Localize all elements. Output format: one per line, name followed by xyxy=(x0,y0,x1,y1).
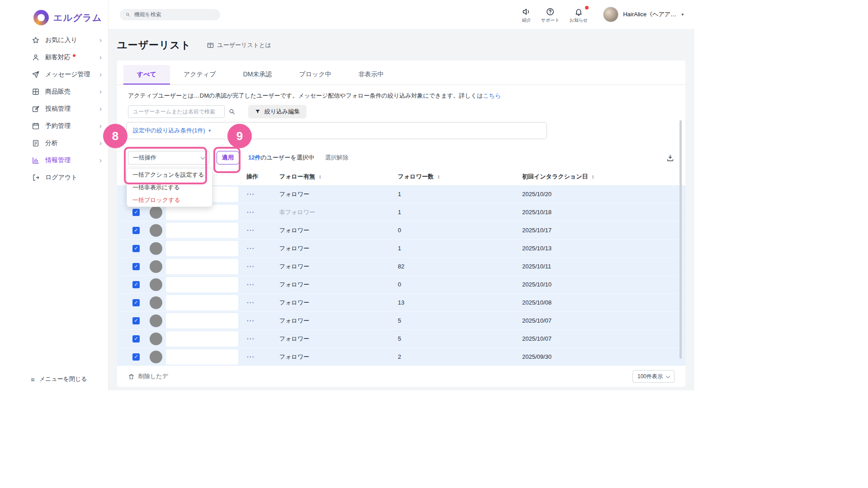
user-search-input[interactable] xyxy=(128,105,225,118)
sidebar-item-label: お気に入り xyxy=(45,36,77,44)
col-ops: 操作 xyxy=(246,173,279,181)
sidebar-item-favorites[interactable]: お気に入り › xyxy=(0,32,108,49)
notifications-label: お知らせ xyxy=(569,17,588,23)
row-avatar xyxy=(150,242,162,255)
filter-edit-button[interactable]: 絞り込み編集 xyxy=(248,105,307,118)
sidebar-item-customer-support[interactable]: 顧客対応 › xyxy=(0,49,108,66)
row-checkbox[interactable]: ✓ xyxy=(132,317,140,324)
brand: エルグラム xyxy=(0,0,108,25)
tab-dm-unapproved[interactable]: DM未承認 xyxy=(230,65,286,84)
sidebar-item-logout[interactable]: ログアウト xyxy=(0,169,108,186)
row-checkbox[interactable]: ✓ xyxy=(132,245,140,252)
table-footer: 削除したデ 100件表示 xyxy=(117,366,685,387)
notification-dot xyxy=(73,54,75,57)
user-name-masked xyxy=(166,295,238,310)
notifications-button[interactable]: お知らせ xyxy=(569,7,588,23)
main-content: ユーザーリスト ユーザーリストとは すべて アクティブ DM未承認 ブロック中 … xyxy=(108,29,694,390)
search-icon xyxy=(125,12,131,18)
row-actions-menu[interactable]: ⋯ xyxy=(246,190,255,198)
first-interaction-date: 2025/10/18 xyxy=(522,209,675,216)
user-name-masked xyxy=(166,331,238,347)
tab-hidden[interactable]: 非表示中 xyxy=(345,65,397,84)
sidebar-item-analytics[interactable]: 分析 › xyxy=(0,135,108,152)
apply-button[interactable]: 適用 xyxy=(217,151,239,164)
row-actions-menu[interactable]: ⋯ xyxy=(246,280,255,289)
global-search-input[interactable] xyxy=(134,11,215,18)
menu-collapse-icon: ≡ xyxy=(31,375,35,383)
active-user-note: アクティブユーザーとは…DMの承認が完了したユーザーです。メッセージ配信やフォロ… xyxy=(117,85,685,100)
sidebar-item-message-management[interactable]: メッセージ管理 › xyxy=(0,66,108,83)
chevron-down-icon xyxy=(201,155,205,160)
sidebar-item-information-management[interactable]: 情報管理 › xyxy=(0,152,108,169)
support-button[interactable]: サポート xyxy=(541,7,560,23)
page-size-select[interactable]: 100件表示 xyxy=(632,370,675,383)
global-search[interactable] xyxy=(120,9,220,20)
deleted-data-label: 削除したデ xyxy=(138,372,168,380)
account-menu[interactable]: HairAlice《ヘアア… ▼ xyxy=(603,7,684,22)
row-actions-menu[interactable]: ⋯ xyxy=(246,244,255,253)
sort-icon[interactable]: ▲▼ xyxy=(319,175,321,179)
row-actions-menu[interactable]: ⋯ xyxy=(246,334,255,343)
sort-icon[interactable]: ▲▼ xyxy=(437,175,440,179)
row-checkbox[interactable]: ✓ xyxy=(132,209,140,216)
col-date: 初回インタラクション日▲▼ xyxy=(522,173,675,181)
first-interaction-date: 2025/10/17 xyxy=(522,227,675,234)
sidebar-item-label: メッセージ管理 xyxy=(45,70,90,79)
sidebar-item-post-management[interactable]: 投稿管理 › xyxy=(0,100,108,117)
row-actions-menu[interactable]: ⋯ xyxy=(246,298,255,307)
chevron-right-icon: › xyxy=(99,105,102,113)
status-tabs: すべて アクティブ DM未承認 ブロック中 非表示中 xyxy=(117,61,685,85)
menu-item-set-bulk-action[interactable]: 一括アクションを設定する xyxy=(127,169,212,181)
row-checkbox[interactable]: ✓ xyxy=(132,353,140,361)
table-row: ✓ ⋯ フォロワー 13 2025/10/08 xyxy=(117,294,685,312)
filter-conditions-toggle[interactable]: 設定中の絞り込み条件(1件) xyxy=(133,127,205,135)
search-submit-button[interactable] xyxy=(228,108,236,115)
row-checkbox[interactable]: ✓ xyxy=(132,299,140,306)
user-icon xyxy=(32,53,40,61)
close-menu-button[interactable]: ≡ メニューを閉じる xyxy=(0,371,108,387)
clear-selection-link[interactable]: 選択解除 xyxy=(325,154,349,162)
row-actions-menu[interactable]: ⋯ xyxy=(246,352,255,361)
tab-all[interactable]: すべて xyxy=(123,65,170,84)
row-actions-menu[interactable]: ⋯ xyxy=(246,316,255,325)
row-checkbox[interactable]: ✓ xyxy=(132,335,140,343)
chevron-down-icon[interactable]: ▼ xyxy=(208,129,212,133)
user-name-masked xyxy=(166,277,238,292)
download-button[interactable] xyxy=(666,154,675,162)
follower-count: 13 xyxy=(398,299,522,306)
row-checkbox[interactable]: ✓ xyxy=(132,281,140,288)
follower-count: 2 xyxy=(398,353,522,360)
chevron-right-icon: › xyxy=(99,71,102,78)
chevron-right-icon: › xyxy=(99,54,102,61)
follow-status: 非フォロワー xyxy=(279,208,398,216)
row-actions-menu[interactable]: ⋯ xyxy=(246,262,255,271)
brand-name: エルグラム xyxy=(53,12,102,24)
follow-status: フォロワー xyxy=(279,226,398,235)
note-more-link[interactable]: こちら xyxy=(483,92,501,99)
row-checkbox[interactable]: ✓ xyxy=(132,227,140,234)
close-menu-label: メニューを閉じる xyxy=(39,375,87,383)
tab-blocked[interactable]: ブロック中 xyxy=(285,65,344,84)
sidebar-item-reservation-management[interactable]: 予約管理 › xyxy=(0,117,108,135)
follow-status: フォロワー xyxy=(279,281,398,289)
filter-conditions-box: 設定中の絞り込み条件(1件) ▼ xyxy=(126,122,547,139)
deleted-data-link[interactable]: 削除したデ xyxy=(128,372,168,380)
tab-active[interactable]: アクティブ xyxy=(170,65,230,84)
trash-icon xyxy=(128,373,135,380)
row-avatar xyxy=(150,278,162,291)
user-list-help-link[interactable]: ユーザーリストとは xyxy=(207,41,271,49)
vertical-scrollbar[interactable] xyxy=(679,120,682,359)
row-actions-menu[interactable]: ⋯ xyxy=(246,226,255,235)
topbar: 紹介 サポート お知らせ HairAlice《ヘアア… ▼ xyxy=(108,0,694,29)
bulk-operation-select[interactable]: 一括操作 xyxy=(128,151,209,164)
sort-icon[interactable]: ▲▼ xyxy=(591,175,594,179)
page-title: ユーザーリスト xyxy=(117,38,191,52)
sidebar-item-product-sales[interactable]: 商品販売 › xyxy=(0,83,108,100)
table-row: ✓ ⋯ フォロワー 1 2025/10/13 xyxy=(117,239,685,258)
bell-icon xyxy=(574,7,583,16)
menu-item-bulk-hide[interactable]: 一括非表示にする xyxy=(127,181,212,194)
referral-button[interactable]: 紹介 xyxy=(522,7,531,23)
row-checkbox[interactable]: ✓ xyxy=(132,263,140,270)
menu-item-bulk-block[interactable]: 一括ブロックする xyxy=(127,194,212,206)
row-actions-menu[interactable]: ⋯ xyxy=(246,208,255,216)
